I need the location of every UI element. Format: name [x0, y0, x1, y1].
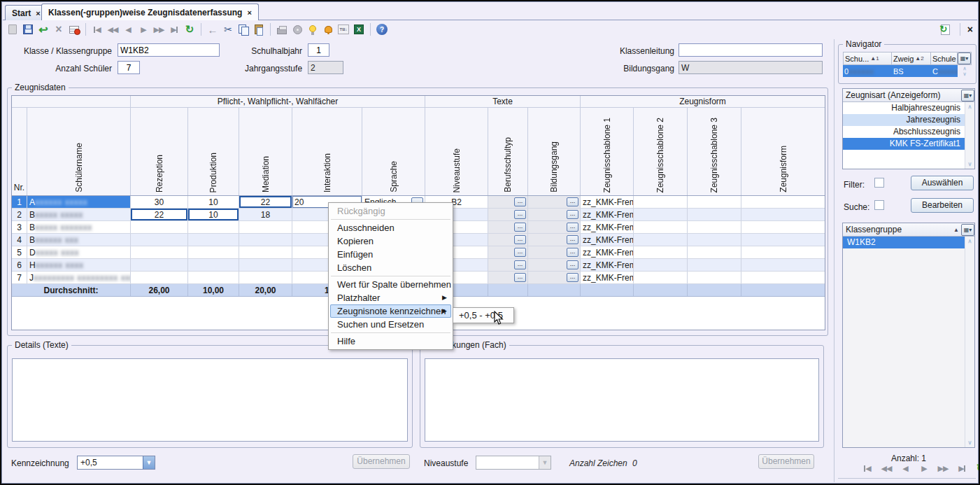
cell-zeugnisschablone-1[interactable]: zz_KMK-Frem... — [581, 221, 634, 233]
cell-mediation-selected[interactable]: 22 — [239, 196, 292, 208]
cell-zeugnisschablone-2[interactable] — [634, 234, 688, 246]
student-name-cell[interactable]: Bxxxxx xxxxx — [27, 209, 131, 220]
ellipsis-button[interactable]: ... — [514, 260, 526, 269]
cell-produktion[interactable]: 10 — [188, 196, 239, 208]
copy-icon[interactable] — [236, 22, 250, 36]
zeugnisart-item-halbjahreszeugnis[interactable]: Halbjahreszeugnis — [843, 102, 965, 114]
table-settings-icon[interactable] — [67, 22, 81, 36]
undo-icon[interactable]: ↩ — [36, 22, 50, 36]
menu-item-zeugnisnote-kennzeichnen[interactable]: Zeugnisnote kennzeichnen▶ — [330, 304, 451, 318]
student-name-cell[interactable]: Bxxxxx xxxxxxx — [27, 221, 131, 233]
cell-berufsschultyp[interactable]: ... — [488, 246, 528, 258]
cell-zeugnisschablone-3[interactable] — [688, 272, 741, 283]
cell-produktion[interactable] — [188, 259, 239, 271]
cell-mediation[interactable] — [239, 221, 292, 233]
cell-mediation[interactable] — [239, 246, 292, 258]
cell-produktion[interactable] — [188, 272, 239, 283]
cell-berufsschultyp[interactable]: ... — [488, 196, 528, 208]
student-name-cell[interactable]: Bxxxxxx xxx — [27, 234, 131, 246]
cell-zeugnisschablone-3[interactable] — [688, 259, 741, 271]
student-name-cell[interactable]: Jxxxxxxxxx xxxxxxxxx xxxx — [27, 272, 131, 283]
menu-item-einfuegen[interactable]: Einfügen — [330, 248, 451, 261]
chevron-down-icon[interactable]: ▼ — [143, 456, 155, 469]
nav-fast-forward-icon[interactable]: ▶▶ — [152, 22, 166, 36]
cell-rezeption[interactable] — [131, 221, 188, 233]
tab-close-icon[interactable]: × — [36, 9, 40, 17]
zeugnisart-header[interactable]: Zeugnisart (Anzeigeform) ▦▾ — [843, 89, 974, 102]
scroll-down-icon[interactable]: ∨ — [968, 161, 972, 167]
student-name-cell[interactable]: Hxxxxxx xxxx — [27, 259, 131, 271]
grid-settings-button[interactable]: ▦▾ — [958, 52, 972, 65]
cell-produktion[interactable] — [188, 234, 239, 246]
scrollbar[interactable]: ∧ ∨ — [965, 237, 974, 447]
cell-zeugnisschablone-1[interactable]: zz_KMK-Frem... — [581, 234, 634, 246]
cell-zeugnisschablone-2[interactable] — [634, 259, 688, 271]
cell-rezeption[interactable] — [131, 234, 188, 246]
cell-bildungsgang[interactable]: ... — [528, 259, 581, 271]
ellipsis-button[interactable]: ... — [567, 210, 578, 219]
cell-rezeption[interactable]: 30 — [131, 196, 188, 208]
navigator-col-schuljahr[interactable]: Schu...▲1 — [843, 52, 892, 65]
cell-zeugnisschablone-1[interactable]: zz_KMK-Frem... — [581, 196, 634, 208]
scroll-up-icon[interactable]: ∧ — [963, 66, 966, 71]
zeugnisart-item-abschlusszeugnis[interactable]: Abschlusszeugnis — [843, 126, 965, 138]
schulhalbjahr-input[interactable] — [308, 43, 329, 57]
cell-zeugnisschablone-3[interactable] — [688, 234, 741, 246]
submenu-item-kennzeichnung[interactable]: +0,5 - +0,5 — [453, 307, 514, 323]
nav-last-icon[interactable]: ▶ — [167, 22, 181, 36]
scroll-arrows[interactable]: ∧∨ — [958, 65, 972, 77]
help-icon[interactable]: ? — [375, 22, 389, 36]
nav-forward-icon[interactable]: ▶ — [917, 461, 931, 475]
ellipsis-button[interactable]: ... — [514, 197, 526, 206]
nav-fast-forward-icon[interactable]: ▶▶ — [936, 461, 950, 475]
ellipsis-button[interactable]: ... — [567, 273, 578, 282]
cell-zeugnisform[interactable] — [741, 259, 825, 271]
nav-fast-back-icon[interactable]: ◀◀ — [106, 22, 120, 36]
navigator-col-zweig[interactable]: Zweig▲2 — [892, 52, 931, 65]
nav-fast-back-icon[interactable]: ◀◀ — [879, 461, 893, 475]
cell-rezeption[interactable] — [131, 259, 188, 271]
cell-zeugnisschablone-1[interactable]: zz_KMK-Frem... — [581, 246, 634, 258]
ellipsis-button[interactable]: ... — [567, 235, 578, 244]
cell-berufsschultyp[interactable]: ... — [488, 221, 528, 233]
excel-export-icon[interactable]: X — [352, 22, 366, 36]
sync-icon[interactable] — [939, 22, 953, 36]
cell-bildungsgang[interactable]: ... — [528, 234, 581, 246]
ellipsis-button[interactable]: ... — [514, 210, 526, 219]
kennzeichnung-select[interactable]: +0,5 ▼ — [77, 456, 155, 470]
ellipsis-button[interactable]: ... — [514, 273, 526, 282]
cell-zeugnisform[interactable] — [741, 234, 825, 246]
cell-zeugnisform[interactable] — [741, 246, 825, 258]
menu-item-ausschneiden[interactable]: Ausschneiden — [330, 221, 451, 234]
cell-bildungsgang[interactable]: ... — [528, 221, 581, 233]
nav-first-icon[interactable]: ◀ — [860, 461, 874, 475]
navigator-cell[interactable]: 0xxxxxx — [843, 65, 892, 77]
nav-back-icon[interactable]: ◀ — [121, 22, 135, 36]
cell-mediation[interactable] — [239, 272, 292, 283]
cell-produktion[interactable] — [188, 246, 239, 258]
ellipsis-button[interactable]: ... — [567, 197, 578, 206]
cell-zeugnisschablone-3[interactable] — [688, 221, 741, 233]
cell-zeugnisform[interactable] — [741, 272, 825, 283]
tab-zeugnisdatenerfassung[interactable]: Klassen(-gruppen)weise Zeugnisdatenerfas… — [41, 3, 259, 20]
cell-berufsschultyp[interactable]: ... — [488, 259, 528, 271]
menu-item-kopieren[interactable]: Kopieren — [330, 234, 451, 248]
cell-zeugnisschablone-3[interactable] — [688, 209, 741, 220]
text-export-icon[interactable]: TB↓ — [336, 22, 350, 36]
cell-zeugnisschablone-3[interactable] — [688, 246, 741, 258]
cell-zeugnisschablone-3[interactable] — [688, 196, 741, 208]
bearbeiten-button[interactable]: Bearbeiten — [911, 198, 974, 213]
student-name-cell[interactable]: Axxxxxx xxxxx — [27, 196, 131, 208]
klassengruppe-item-w1kb2[interactable]: W1KB2 — [843, 237, 965, 248]
navigator-cell[interactable]: Cxxxxx — [931, 65, 958, 77]
nav-back-icon[interactable]: ◀ — [898, 461, 912, 475]
paste-icon[interactable] — [252, 22, 266, 36]
cell-zeugnisform[interactable] — [741, 221, 825, 233]
student-name-cell[interactable]: Dxxxxx xxxx — [27, 246, 131, 258]
cell-mediation[interactable] — [239, 259, 292, 271]
klassenleitung-input[interactable] — [679, 43, 823, 57]
cell-berufsschultyp[interactable]: ... — [488, 234, 528, 246]
cell-mediation[interactable] — [239, 234, 292, 246]
cell-rezeption[interactable] — [131, 272, 188, 283]
ellipsis-button[interactable]: ... — [514, 235, 526, 244]
